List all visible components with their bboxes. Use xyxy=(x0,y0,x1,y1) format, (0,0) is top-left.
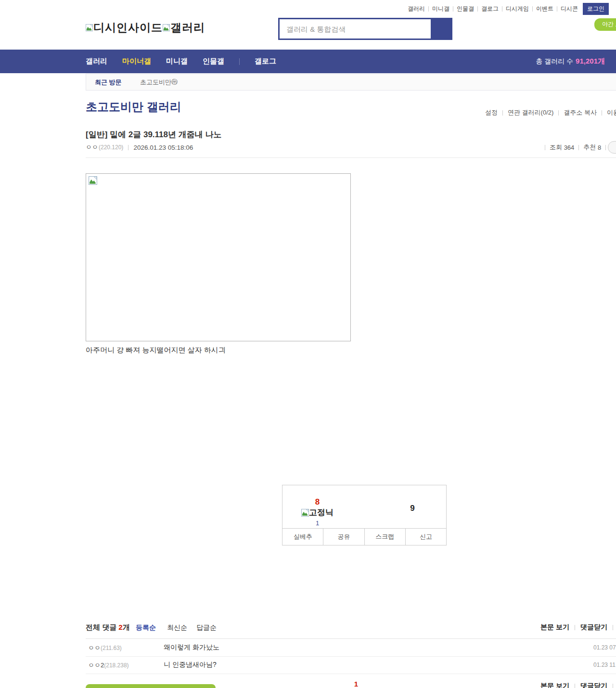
guide-link[interactable]: 이용 xyxy=(607,108,616,117)
comment-author-ip: (211.63) xyxy=(101,645,122,651)
comment-text: 니 인중냄새아님? xyxy=(164,661,217,669)
downvote-count: 9 xyxy=(403,504,422,513)
comments-total: 전체 댓글 2개 xyxy=(86,623,130,632)
site-logo[interactable]: 디시인사이드 갤러리 xyxy=(86,20,205,35)
page: 갤러리 미니갤 인물갤 갤로그 디시게임 이벤트 디시콘 로그인 야간 모 디시… xyxy=(0,0,616,688)
divider xyxy=(602,110,602,116)
top-link-minigal[interactable]: 미니갤 xyxy=(432,5,449,13)
comment-time: 01.23 07 xyxy=(593,644,616,651)
upvote-button[interactable]: 고정닉 xyxy=(282,507,352,518)
divider xyxy=(502,110,503,116)
post-stats: 조회 364 추천 8 xyxy=(540,143,610,152)
divider xyxy=(545,145,545,150)
gallery-total-number: 91,201개 xyxy=(576,57,605,66)
views-label: 조회 xyxy=(550,143,562,152)
vote-button-row: 실베추 공유 스크랩 신고 xyxy=(282,528,446,545)
post-author-ip: (220.120) xyxy=(99,144,123,151)
close-comments-button[interactable]: 댓글닫기 xyxy=(580,682,607,688)
post-author[interactable]: ㅇㅇ xyxy=(86,143,98,152)
post-body-text: 아주머니 걍 빠져 능지떨어지면 살자 하시긔 xyxy=(86,346,226,355)
post-header-divider xyxy=(86,157,616,158)
recommend-count: 8 xyxy=(598,144,601,151)
views-count: 364 xyxy=(564,144,575,151)
top-link-gallery[interactable]: 갤러리 xyxy=(408,5,425,13)
scrap-button[interactable]: 스크랩 xyxy=(364,529,405,545)
divider xyxy=(613,684,613,688)
nav-item-minigal[interactable]: 미니갤 xyxy=(166,57,188,66)
logo-text-2: 갤러리 xyxy=(170,20,205,35)
divider xyxy=(502,6,502,12)
copy-url-link[interactable]: 갤주소 복사 xyxy=(564,108,597,117)
login-button[interactable]: 로그인 xyxy=(583,3,609,15)
comment-row: ㅇㅇ2(218.238) 니 인중냄새아님? 01.23 11 xyxy=(86,656,616,674)
search-box xyxy=(278,18,452,40)
main-nav-bar: 갤러리 마이너갤 미니갤 인물갤 갤로그 총 갤러리 수91,201개 xyxy=(0,50,616,73)
divider xyxy=(613,625,613,630)
close-comments-button[interactable]: 댓글닫기 xyxy=(580,623,607,632)
recent-visited-label[interactable]: 최근 방문 xyxy=(95,74,122,90)
top-link-dcgame[interactable]: 디시게임 xyxy=(506,5,529,13)
fixed-nick-count: 1 xyxy=(282,519,352,527)
gallery-title[interactable]: 초고도비만 갤러리 xyxy=(86,99,181,115)
divider xyxy=(239,58,240,65)
top-utility-bar: 갤러리 미니갤 인물갤 갤로그 디시게임 이벤트 디시콘 로그인 xyxy=(408,4,609,13)
divider xyxy=(605,145,606,150)
upvote-count: 8 xyxy=(282,498,352,506)
recent-visited-bar: 최근 방문 초고도비만ⓜ xyxy=(86,74,616,91)
comment-row: ㅇㅇ(211.63) 왜이렇게 화가났노 01.23 07 xyxy=(86,639,616,657)
divider xyxy=(428,6,429,12)
comments-tools: 본문 보기 댓글닫기 xyxy=(540,623,616,632)
vote-widget: 8 고정닉 1 9 실베추 공유 스크랩 신고 xyxy=(282,485,447,545)
broken-image-icon xyxy=(86,24,93,31)
divider xyxy=(557,6,557,12)
pagination-current-page[interactable]: 1 xyxy=(350,680,362,688)
comment-write-nickname-bar[interactable] xyxy=(86,684,216,688)
gallery-total-count: 총 갤러리 수91,201개 xyxy=(536,50,605,73)
logo-text-1: 디시인사이드 xyxy=(93,20,163,35)
divider xyxy=(558,110,559,116)
post-meta: ㅇㅇ (220.120) 2026.01.23 05:18:06 xyxy=(86,143,193,152)
comment-time: 01.23 11 xyxy=(593,662,616,668)
report-button[interactable]: 신고 xyxy=(405,529,446,545)
comments-tools-bottom: 본문 보기 댓글닫기 xyxy=(540,682,616,688)
night-mode-button[interactable]: 야간 모 xyxy=(594,18,616,31)
divider xyxy=(477,6,478,12)
comment-count-pill[interactable] xyxy=(608,141,616,154)
share-button[interactable]: 공유 xyxy=(323,529,364,545)
nav-item-minorgal[interactable]: 마이너갤 xyxy=(122,57,151,66)
silbechu-button[interactable]: 실베추 xyxy=(282,529,323,545)
divider xyxy=(453,6,453,12)
recommend-label: 추천 xyxy=(583,143,596,152)
divider xyxy=(128,145,128,150)
divider xyxy=(578,145,579,150)
comments-total-number: 2 xyxy=(118,623,122,631)
top-link-gallog[interactable]: 갤로그 xyxy=(481,5,499,13)
search-button[interactable] xyxy=(431,19,451,39)
sort-reply[interactable]: 답글순 xyxy=(196,623,217,632)
gallery-tool-links: 설정 연관 갤러리(0/2) 갤주소 복사 이용 xyxy=(485,108,616,117)
comment-author[interactable]: ㅇㅇ(211.63) xyxy=(88,644,122,652)
post-image-placeholder[interactable] xyxy=(86,173,351,341)
related-galleries-link[interactable]: 연관 갤러리(0/2) xyxy=(508,108,553,117)
nav-item-gallog[interactable]: 갤로그 xyxy=(255,57,276,66)
view-post-button[interactable]: 본문 보기 xyxy=(540,682,569,688)
broken-image-icon xyxy=(301,509,309,517)
top-link-persongal[interactable]: 인물갤 xyxy=(457,5,474,13)
view-post-button[interactable]: 본문 보기 xyxy=(540,623,569,632)
recent-gallery-link[interactable]: 초고도비만ⓜ xyxy=(140,74,178,90)
sort-registered[interactable]: 등록순 xyxy=(136,623,156,632)
top-link-event[interactable]: 이벤트 xyxy=(536,5,553,13)
gallery-settings-link[interactable]: 설정 xyxy=(485,108,498,117)
upvote-area: 8 고정닉 1 xyxy=(282,498,352,527)
divider xyxy=(532,6,533,12)
nav-item-gallery[interactable]: 갤러리 xyxy=(86,57,107,66)
nav-item-persongal[interactable]: 인물갤 xyxy=(203,57,224,66)
sort-newest[interactable]: 최신순 xyxy=(167,623,187,632)
post-date: 2026.01.23 05:18:06 xyxy=(133,144,193,151)
comment-text: 왜이렇게 화가났노 xyxy=(164,643,219,652)
top-link-dccon[interactable]: 디시콘 xyxy=(561,5,578,13)
search-input[interactable] xyxy=(280,19,431,39)
upvote-alt-text: 고정닉 xyxy=(309,507,334,518)
post-title: [일반] 밑에 2글 39.118년 개줌내 나노 xyxy=(86,129,221,140)
comment-author[interactable]: ㅇㅇ2(218.238) xyxy=(88,661,129,670)
